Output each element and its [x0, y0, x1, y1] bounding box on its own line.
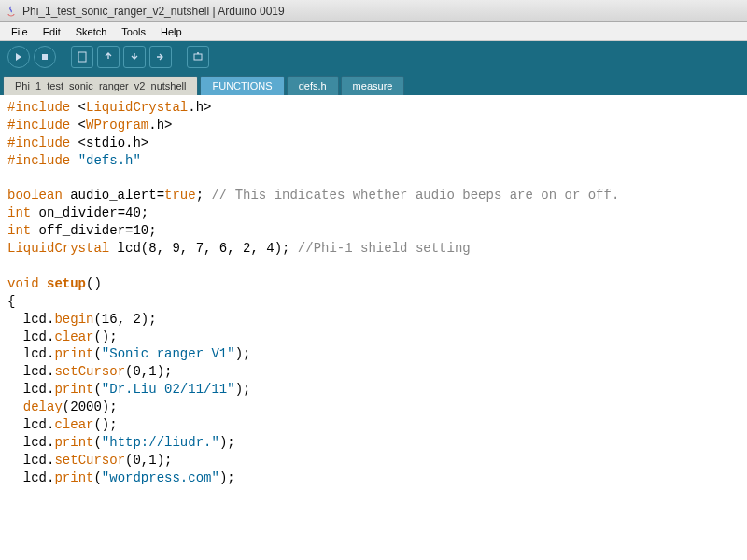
open-button[interactable] [97, 46, 120, 68]
title-bar: Phi_1_test_sonic_ranger_v2_nutshell | Ar… [0, 0, 747, 22]
tab-main[interactable]: Phi_1_test_sonic_ranger_v2_nutshell [3, 76, 198, 95]
tab-defs[interactable]: defs.h [287, 76, 339, 95]
menu-help[interactable]: Help [153, 24, 190, 39]
verify-button[interactable] [7, 46, 30, 68]
upload-button[interactable] [149, 46, 172, 68]
tab-measure[interactable]: measure [341, 76, 405, 95]
tab-functions[interactable]: FUNCTIONS [200, 76, 284, 95]
toolbar [0, 41, 747, 73]
new-button[interactable] [71, 46, 93, 68]
menu-bar: File Edit Sketch Tools Help [0, 22, 747, 41]
stop-button[interactable] [34, 46, 56, 68]
menu-sketch[interactable]: Sketch [68, 24, 115, 39]
tab-bar: Phi_1_test_sonic_ranger_v2_nutshell FUNC… [0, 73, 747, 95]
menu-file[interactable]: File [4, 24, 35, 39]
save-button[interactable] [123, 46, 146, 68]
serial-monitor-button[interactable] [187, 46, 209, 68]
svg-rect-0 [42, 54, 48, 60]
svg-point-3 [197, 52, 199, 54]
menu-tools[interactable]: Tools [114, 24, 153, 39]
code-editor[interactable]: #include <LiquidCrystal.h> #include <WPr… [0, 95, 747, 560]
java-icon [4, 4, 19, 19]
window-title: Phi_1_test_sonic_ranger_v2_nutshell | Ar… [22, 5, 285, 18]
menu-edit[interactable]: Edit [35, 24, 68, 39]
svg-rect-2 [194, 54, 202, 60]
svg-rect-1 [78, 52, 86, 62]
